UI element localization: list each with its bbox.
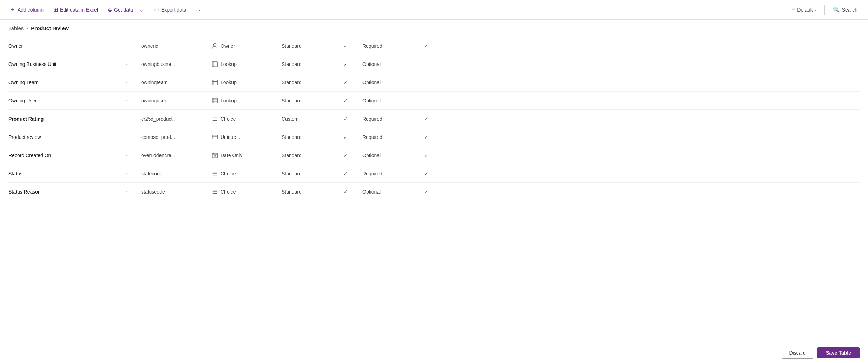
row-name: Product Rating — [8, 113, 121, 125]
type-label: Lookup — [221, 80, 237, 85]
type-label: Owner — [221, 43, 235, 49]
check-icon: ✓ — [424, 189, 428, 195]
row-name: Record Created On — [8, 150, 121, 161]
check-icon: ✓ — [424, 134, 428, 140]
breadcrumb: Tables › Product review — [8, 25, 860, 31]
breadcrumb-tables[interactable]: Tables — [8, 25, 24, 31]
row-requirement: Required — [360, 171, 416, 176]
lines-icon: ≡ — [792, 7, 795, 13]
row-name: Owning Team — [8, 77, 121, 88]
view-selector[interactable]: ≡ Default ⌵ — [788, 5, 822, 15]
row-searchable: ✓ — [331, 116, 360, 122]
type-icon — [211, 97, 218, 104]
row-category: Standard — [279, 134, 331, 140]
row-logical-name: owningbusine... — [138, 61, 209, 67]
svg-rect-1 — [212, 61, 217, 66]
type-icon — [211, 61, 218, 68]
row-logical-name: overriddencre... — [138, 153, 209, 158]
row-logical-name: ownerid — [138, 43, 209, 49]
row-logical-name: owninguser — [138, 98, 209, 103]
more-icon: ··· — [196, 7, 200, 13]
type-icon — [211, 42, 218, 49]
footer: Discard Save Table — [0, 342, 868, 363]
row-type: Lookup — [209, 61, 279, 68]
search-box[interactable]: 🔍 Search — [828, 4, 862, 15]
row-more-options[interactable]: ··· — [121, 189, 138, 195]
get-data-button[interactable]: ⬙ Get data — [104, 5, 137, 15]
discard-label: Discard — [789, 350, 805, 356]
more-options-button[interactable]: ··· — [192, 5, 204, 15]
row-more-options[interactable]: ··· — [121, 79, 138, 86]
add-icon: ＋ — [10, 6, 15, 13]
main-content: Tables › Product review Owner ··· owneri… — [0, 20, 868, 342]
row-category: Custom — [279, 116, 331, 122]
type-icon — [211, 115, 218, 122]
get-data-label: Get data — [114, 7, 133, 13]
row-required-check: ✓ — [416, 189, 437, 195]
row-more-options[interactable]: ··· — [121, 98, 138, 104]
type-label: Choice — [221, 171, 236, 176]
svg-point-0 — [213, 43, 216, 46]
row-more-options[interactable]: ··· — [121, 43, 138, 49]
table-row: Status Reason ··· statuscode Choice Stan… — [8, 183, 860, 201]
row-type: Choice — [209, 170, 279, 177]
table-row: Owning Business Unit ··· owningbusine...… — [8, 55, 860, 73]
row-searchable: ✓ — [331, 134, 360, 140]
check-icon: ✓ — [343, 189, 348, 195]
row-requirement: Optional — [360, 61, 416, 67]
row-searchable: ✓ — [331, 98, 360, 103]
svg-rect-9 — [212, 98, 217, 103]
row-searchable: ✓ — [331, 43, 360, 49]
table-row: Owner ··· ownerid Owner Standard ✓ Requi… — [8, 37, 860, 55]
row-category: Standard — [279, 80, 331, 85]
row-category: Standard — [279, 171, 331, 176]
check-icon: ✓ — [343, 116, 348, 122]
check-icon: ✓ — [343, 153, 348, 158]
type-label: Choice — [221, 189, 236, 195]
row-category: Standard — [279, 61, 331, 67]
svg-text:21: 21 — [213, 155, 216, 157]
row-logical-name: owningteam — [138, 80, 209, 85]
discard-button[interactable]: Discard — [782, 347, 813, 359]
row-logical-name: cr25d_product... — [138, 116, 209, 122]
row-searchable: ✓ — [331, 80, 360, 85]
row-requirement: Optional — [360, 153, 416, 158]
dropdown-icon: ⌵ — [815, 7, 817, 12]
toolbar-right: ≡ Default ⌵ 🔍 Search — [788, 4, 862, 15]
row-category: Standard — [279, 98, 331, 103]
row-type: Unique ... — [209, 134, 279, 141]
row-more-options[interactable]: ··· — [121, 134, 138, 140]
type-icon — [211, 170, 218, 177]
check-icon: ✓ — [343, 98, 348, 103]
toolbar-separator — [147, 5, 147, 15]
export-data-label: Export data — [161, 7, 186, 13]
edit-excel-label: Edit data in Excel — [60, 7, 98, 13]
type-icon — [211, 188, 218, 195]
toolbar-right-separator — [824, 5, 825, 15]
row-more-options[interactable]: ··· — [121, 116, 138, 122]
row-searchable: ✓ — [331, 153, 360, 158]
add-column-button[interactable]: ＋ Add column — [6, 4, 48, 15]
row-category: Standard — [279, 43, 331, 49]
breadcrumb-current: Product review — [31, 25, 69, 31]
row-type: Owner — [209, 42, 279, 49]
table-row: Record Created On ··· overriddencre... 2… — [8, 146, 860, 164]
row-more-options[interactable]: ··· — [121, 152, 138, 159]
row-logical-name: statuscode — [138, 189, 209, 195]
row-more-options[interactable]: ··· — [121, 170, 138, 177]
search-icon: 🔍 — [833, 6, 840, 13]
dropdown-arrow-button[interactable]: ⌵ — [139, 5, 144, 15]
type-label: Choice — [221, 116, 236, 122]
save-table-button[interactable]: Save Table — [817, 347, 860, 358]
row-name: Owning User — [8, 95, 121, 106]
check-icon: ✓ — [424, 153, 428, 158]
check-icon: ✓ — [343, 171, 348, 176]
export-data-button[interactable]: ↦ Export data — [150, 5, 191, 15]
type-icon: 21 — [211, 152, 218, 159]
row-more-options[interactable]: ··· — [121, 61, 138, 67]
check-icon: ✓ — [343, 134, 348, 140]
save-label: Save Table — [826, 350, 851, 356]
row-required-check: ✓ — [416, 153, 437, 158]
edit-excel-button[interactable]: ⊞ Edit data in Excel — [49, 4, 102, 15]
check-icon: ✓ — [424, 43, 428, 49]
